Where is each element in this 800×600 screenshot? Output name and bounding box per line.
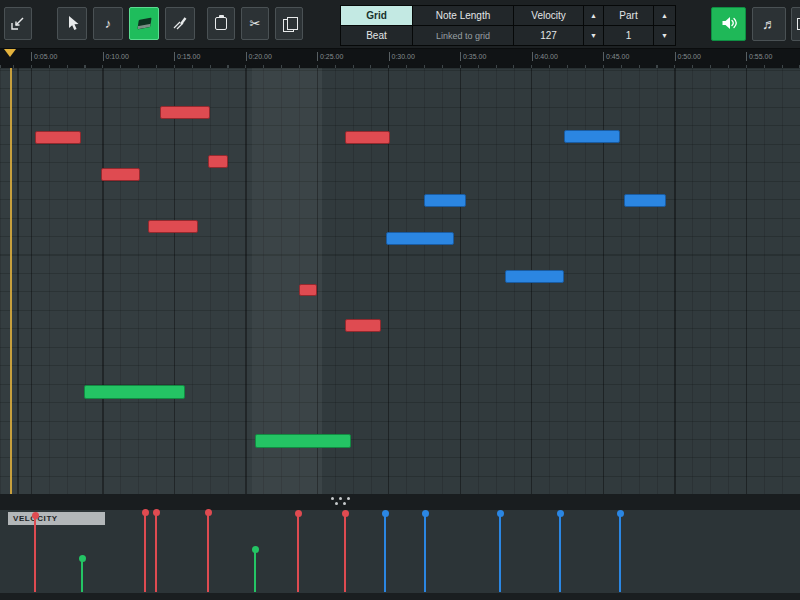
velocity-stem-green[interactable] [254, 549, 256, 592]
midi-note-red[interactable] [160, 106, 210, 119]
note-length-value[interactable]: Linked to grid [413, 26, 513, 45]
ruler-tick-label: 0:15.00 [174, 52, 200, 61]
ruler-tick-label: 0:05.00 [31, 52, 57, 61]
monitor-button[interactable] [711, 7, 746, 41]
velocity-stem-head[interactable] [205, 509, 212, 516]
audition-button[interactable]: ♬ [752, 7, 786, 41]
velocity-stem-head[interactable] [153, 509, 160, 516]
timeline-ruler[interactable]: 0:05.000:10.000:15.000:20.000:25.000:30.… [0, 49, 800, 68]
velocity-stem-blue[interactable] [559, 513, 561, 592]
velocity-stem-line [384, 513, 386, 592]
export-icon [10, 15, 26, 33]
midi-note-red[interactable] [299, 284, 317, 296]
ruler-tick-label: 0:25.00 [317, 52, 343, 61]
velocity-stem-head[interactable] [295, 510, 302, 517]
ruler-tick-label: 0:10.00 [103, 52, 129, 61]
more-tools-button[interactable] [791, 7, 800, 41]
midi-note-green[interactable] [255, 434, 351, 448]
playhead-marker[interactable] [4, 49, 16, 57]
divider-drag-handle-icon[interactable] [325, 497, 355, 505]
duplicate-button[interactable] [275, 7, 303, 40]
velocity-stem-line [144, 512, 146, 592]
velocity-stem-line [559, 513, 561, 592]
grid-tab[interactable]: Grid [341, 6, 412, 25]
velocity-stem-head[interactable] [32, 512, 39, 519]
note-length-label[interactable]: Note Length [413, 6, 513, 25]
velocity-stem-line [207, 512, 209, 592]
velocity-up-button[interactable]: ▲ [584, 6, 603, 25]
velocity-stem-line [344, 513, 346, 592]
grid-settings-panel: Grid Note Length Velocity ▲ Part ▲ Beat … [340, 5, 676, 46]
velocity-stem-head[interactable] [252, 546, 259, 553]
velocity-stem-line [424, 513, 426, 592]
midi-editor-window: ♪ ✂ Grid Note Length Velocity ▲ [0, 0, 800, 600]
velocity-stem-red[interactable] [155, 512, 157, 592]
velocity-stem-green[interactable] [81, 558, 83, 592]
clipboard-icon [215, 17, 227, 30]
velocity-lane-label: VELOCITY [8, 512, 105, 525]
ruler-tick-label: 0:30.00 [389, 52, 415, 61]
lane-divider[interactable] [0, 494, 800, 510]
velocity-stem-head[interactable] [382, 510, 389, 517]
export-to-track-button[interactable] [4, 7, 32, 40]
select-tool-button[interactable] [57, 7, 87, 40]
toolbar: ♪ ✂ Grid Note Length Velocity ▲ [0, 0, 800, 49]
midi-note-red[interactable] [148, 220, 198, 233]
velocity-stem-head[interactable] [497, 510, 504, 517]
ruler-tick-label: 0:45.00 [603, 52, 629, 61]
velocity-stem-head[interactable] [142, 509, 149, 516]
highlight-column [252, 68, 322, 494]
part-up-button[interactable]: ▲ [654, 6, 675, 25]
ruler-tick-label: 0:40.00 [532, 52, 558, 61]
velocity-stem-line [499, 513, 501, 592]
velocity-stem-red[interactable] [144, 512, 146, 592]
velocity-stem-blue[interactable] [384, 513, 386, 592]
split-button[interactable]: ✂ [241, 7, 269, 40]
velocity-lane[interactable]: VELOCITY [0, 510, 800, 600]
midi-note-blue[interactable] [624, 194, 666, 207]
velocity-stem-blue[interactable] [619, 513, 621, 592]
velocity-stem-red[interactable] [34, 515, 36, 592]
velocity-stem-head[interactable] [617, 510, 624, 517]
velocity-stem-line [34, 515, 36, 592]
erase-tool-button[interactable] [129, 7, 159, 40]
scissors-icon: ✂ [250, 17, 261, 30]
midi-note-green[interactable] [84, 385, 185, 399]
midi-note-blue[interactable] [505, 270, 564, 283]
brush-tool-button[interactable] [165, 7, 195, 40]
velocity-value[interactable]: 127 [514, 26, 583, 45]
piano-roll-grid[interactable] [0, 68, 800, 494]
velocity-label[interactable]: Velocity [514, 6, 583, 25]
midi-note-red[interactable] [35, 131, 81, 144]
midi-note-blue[interactable] [386, 232, 454, 245]
copy-icon [283, 17, 296, 30]
midi-note-blue[interactable] [424, 194, 466, 207]
velocity-stem-red[interactable] [297, 513, 299, 592]
midi-note-red[interactable] [345, 319, 381, 332]
ruler-tick-label: 0:55.00 [746, 52, 772, 61]
part-down-button[interactable]: ▼ [654, 26, 675, 45]
velocity-stem-head[interactable] [79, 555, 86, 562]
grid-value[interactable]: Beat [341, 26, 412, 45]
draw-tool-button[interactable]: ♪ [93, 7, 123, 40]
velocity-stem-head[interactable] [422, 510, 429, 517]
velocity-stem-red[interactable] [207, 512, 209, 592]
part-label[interactable]: Part [604, 6, 653, 25]
velocity-stem-line [254, 549, 256, 592]
velocity-stem-line [297, 513, 299, 592]
velocity-stem-blue[interactable] [499, 513, 501, 592]
part-value[interactable]: 1 [604, 26, 653, 45]
velocity-stem-blue[interactable] [424, 513, 426, 592]
midi-note-red[interactable] [101, 168, 140, 181]
velocity-stem-head[interactable] [557, 510, 564, 517]
velocity-stem-line [81, 558, 83, 592]
velocity-stem-red[interactable] [344, 513, 346, 592]
paste-button[interactable] [207, 7, 235, 40]
playhead-line [10, 68, 12, 494]
midi-note-red[interactable] [345, 131, 390, 144]
midi-note-blue[interactable] [564, 130, 620, 143]
velocity-down-button[interactable]: ▼ [584, 26, 603, 45]
note-pencil-icon: ♪ [105, 17, 112, 30]
velocity-stem-head[interactable] [342, 510, 349, 517]
midi-note-red[interactable] [208, 155, 228, 168]
